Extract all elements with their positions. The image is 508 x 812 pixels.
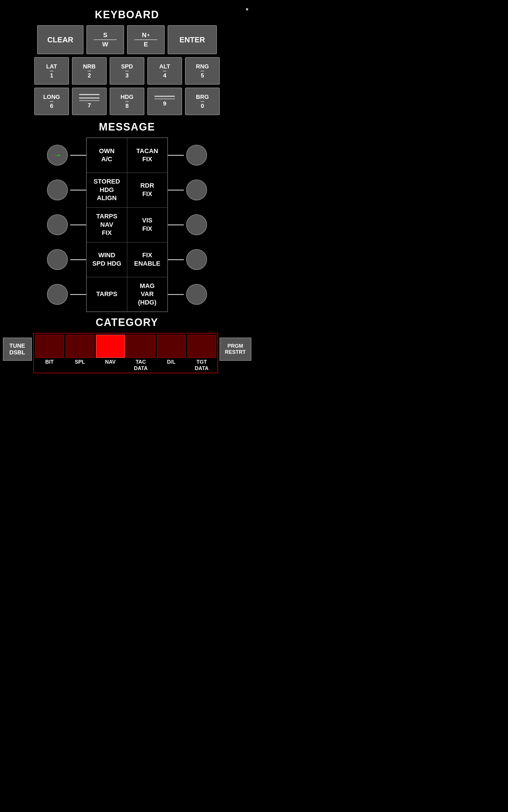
left-line-2	[70, 190, 86, 190]
right-line-3	[168, 224, 184, 225]
left-row-1: →	[47, 138, 86, 173]
category-border-box: BIT SPL NAV TACDATA	[33, 333, 218, 373]
prgm-restrt-button[interactable]: PRGMRESTRT	[219, 338, 251, 361]
left-circle-1[interactable]: →	[47, 145, 68, 166]
right-circle-1[interactable]	[186, 145, 207, 166]
dl-button[interactable]	[157, 335, 186, 358]
keyboard-row-2: LAT 1 NRB 2 SPD 3 ALT 4 RNG 5	[34, 57, 220, 85]
bit-label: BIT	[45, 359, 54, 366]
right-circle-4[interactable]	[186, 249, 207, 270]
message-section: MESSAGE →	[0, 118, 254, 312]
left-line-1	[70, 155, 86, 156]
category-row: TUNEDSBL BIT SPL	[0, 333, 254, 373]
left-row-4	[47, 242, 86, 277]
left-line-3	[70, 224, 86, 225]
msg-row-5: TARPS MAGVAR(HDG)	[86, 277, 168, 312]
message-grid-area: →	[0, 137, 254, 312]
lat-1-button[interactable]: LAT 1	[34, 57, 69, 85]
right-row-5	[168, 277, 207, 312]
msg-cell-wind-spd[interactable]: WINDSPD HDG	[86, 242, 127, 277]
keyboard-row-3: LONG 6 7 HDG 8	[34, 88, 220, 115]
alt-4-button[interactable]: ALT 4	[147, 57, 182, 85]
message-grid: OWNA/C TACANFIX STOREDHDGALIGN RDRFIX TA…	[86, 137, 168, 312]
right-circle-5[interactable]	[186, 284, 207, 305]
tune-dsbl-button[interactable]: TUNEDSBL	[3, 338, 32, 361]
tgt-data-button[interactable]	[187, 335, 216, 358]
msg-row-2: STOREDHDGALIGN RDRFIX	[86, 173, 168, 207]
right-line-2	[168, 190, 184, 190]
msg-cell-stored-hdg[interactable]: STOREDHDGALIGN	[86, 173, 127, 207]
spl-wrapper: SPL	[66, 335, 94, 372]
keyboard-row-1: CLEAR S W N+ E	[37, 25, 217, 54]
keyboard-title: KEYBOARD	[95, 9, 159, 21]
right-side-controls	[168, 138, 207, 312]
dl-label: D/L	[167, 359, 175, 366]
msg-cell-fix-enable[interactable]: FIXENABLE	[127, 242, 168, 277]
keyboard-section: KEYBOARD CLEAR S W N+	[0, 6, 254, 118]
nav-button[interactable]	[96, 335, 125, 358]
long-6-button[interactable]: LONG 6	[34, 88, 69, 115]
msg-row-4: WINDSPD HDG FIXENABLE	[86, 242, 168, 277]
prgm-restrt-wrapper: PRGMRESTRT	[219, 338, 251, 369]
hdg-8-button[interactable]: HDG 8	[110, 88, 144, 115]
message-title: MESSAGE	[99, 121, 155, 133]
nav-label: NAV	[105, 359, 116, 366]
right-circle-2[interactable]	[186, 179, 207, 200]
spl-label: SPL	[75, 359, 85, 366]
clear-button[interactable]: CLEAR	[37, 25, 84, 54]
spd-3-button[interactable]: SPD 3	[110, 57, 144, 85]
left-row-3	[47, 207, 86, 242]
left-line-4	[70, 259, 86, 260]
dash-7-button[interactable]: 7	[72, 88, 107, 115]
tac-data-wrapper: TACDATA	[126, 335, 156, 372]
nav-wrapper: NAV	[96, 335, 125, 372]
bit-wrapper: BIT	[35, 335, 64, 372]
msg-cell-tarps[interactable]: TARPS	[86, 277, 127, 312]
left-line-5	[70, 294, 86, 295]
right-line-1	[168, 155, 184, 156]
left-circle-5[interactable]	[47, 284, 68, 305]
enter-button[interactable]: ENTER	[168, 25, 217, 54]
left-row-2	[47, 173, 86, 207]
msg-cell-tarps-nav[interactable]: TARPSNAVFIX	[86, 207, 127, 242]
msg-row-1: OWNA/C TACANFIX	[86, 138, 168, 173]
tac-data-button[interactable]	[126, 335, 156, 358]
right-line-5	[168, 294, 184, 295]
right-line-4	[168, 259, 184, 260]
msg-cell-rdr-fix[interactable]: RDRFIX	[127, 173, 168, 207]
tgt-data-label: TGTDATA	[195, 359, 209, 372]
category-section: CATEGORY TUNEDSBL BIT SPL	[0, 313, 254, 375]
msg-cell-tacan-fix[interactable]: TACANFIX	[127, 138, 168, 173]
dash-9-button[interactable]: 9	[147, 88, 182, 115]
right-row-2	[168, 173, 207, 207]
dl-wrapper: D/L	[157, 335, 186, 372]
sw-button[interactable]: S W	[86, 25, 124, 54]
ne-button[interactable]: N+ E	[127, 25, 165, 54]
msg-cell-mag-var[interactable]: MAGVAR(HDG)	[127, 277, 168, 312]
msg-row-3: TARPSNAVFIX VISFIX	[86, 207, 168, 242]
right-circle-3[interactable]	[186, 214, 207, 235]
rng-5-button[interactable]: RNG 5	[185, 57, 220, 85]
tgt-data-wrapper: TGTDATA	[187, 335, 216, 372]
right-row-1	[168, 138, 207, 173]
tac-data-label: TACDATA	[134, 359, 147, 372]
bit-button[interactable]	[35, 335, 64, 358]
tune-dsbl-wrapper: TUNEDSBL	[3, 338, 32, 369]
dot-indicator	[246, 8, 248, 10]
right-row-4	[168, 242, 207, 277]
left-circle-4[interactable]	[47, 249, 68, 270]
spl-button[interactable]	[66, 335, 94, 358]
category-title: CATEGORY	[96, 316, 158, 329]
msg-cell-vis-fix[interactable]: VISFIX	[127, 207, 168, 242]
left-circle-3[interactable]	[47, 214, 68, 235]
right-row-3	[168, 207, 207, 242]
nrb-2-button[interactable]: NRB 2	[72, 57, 107, 85]
left-circle-2[interactable]	[47, 179, 68, 200]
left-side-controls: →	[47, 138, 86, 312]
msg-cell-own-ac[interactable]: OWNA/C	[86, 138, 127, 173]
brg-0-button[interactable]: BRG 0	[185, 88, 220, 115]
left-row-5	[47, 277, 86, 312]
